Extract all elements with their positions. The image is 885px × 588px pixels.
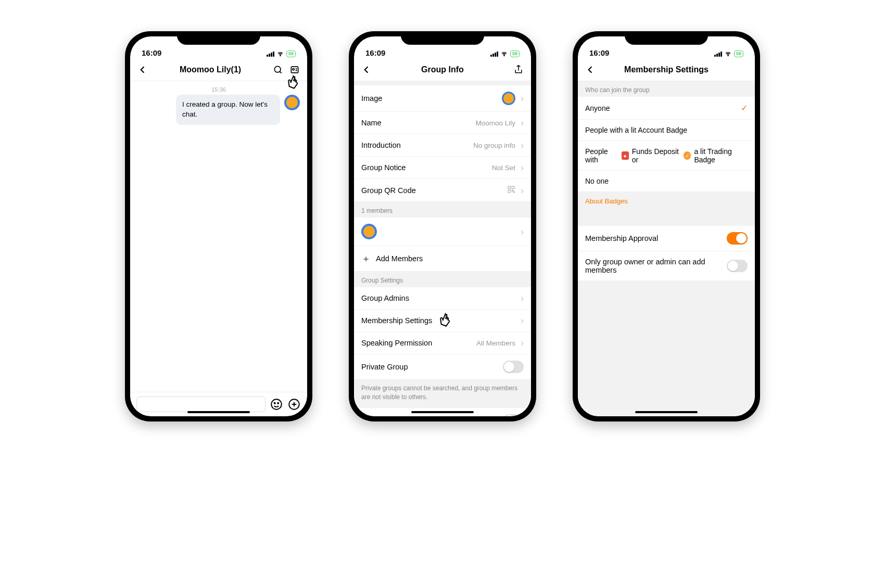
option-label: Anyone <box>585 104 610 112</box>
who-can-join-header: Who can join the group <box>578 81 755 97</box>
svg-point-8 <box>504 55 504 56</box>
row-add-members[interactable]: ＋ Add Members <box>354 246 531 272</box>
chevron-right-icon: › <box>521 94 524 103</box>
screen-group-info: 16:09 58 Group Info Image › <box>354 36 531 416</box>
row-value: All Members <box>476 339 515 347</box>
row-label: Membership Approval <box>585 234 722 242</box>
chevron-right-icon: › <box>521 186 524 195</box>
phone-frame-1: 16:09 58 Moomoo Lily(1) 15:36 I created … <box>125 31 312 421</box>
back-button[interactable] <box>136 65 149 75</box>
members-header: 1 members <box>354 202 531 218</box>
group-card-button[interactable] <box>288 65 301 75</box>
trading-badge-icon: ✓ <box>684 151 691 160</box>
svg-rect-10 <box>512 186 514 189</box>
nav-bar: Membership Settings <box>578 58 755 81</box>
row-membership-approval: Membership Approval <box>578 226 755 251</box>
row-label: Introduction <box>361 141 468 149</box>
member-avatar <box>361 224 377 239</box>
chevron-right-icon: › <box>521 316 524 325</box>
chat-content: 15:36 I created a group. Now let's chat. <box>130 81 307 392</box>
group-info-content[interactable]: Image › Name Moomoo Lily › Introduction … <box>354 81 531 416</box>
only-admin-toggle[interactable] <box>727 260 748 272</box>
avatar[interactable] <box>284 95 300 110</box>
row-member[interactable]: › <box>354 218 531 246</box>
home-indicator[interactable] <box>635 411 698 413</box>
back-button[interactable] <box>360 65 373 75</box>
option-label-prefix: People with <box>585 147 618 164</box>
row-label: Image <box>361 94 497 103</box>
page-title: Membership Settings <box>601 65 732 74</box>
status-icons: 58 <box>267 50 296 57</box>
screen-membership-settings: 16:09 58 Membership Settings Who can joi… <box>578 36 755 416</box>
back-button[interactable] <box>584 65 597 75</box>
chevron-right-icon: › <box>521 227 524 236</box>
status-time: 16:09 <box>142 48 161 57</box>
phone-frame-3: 16:09 58 Membership Settings Who can joi… <box>573 31 760 421</box>
battery-icon: 58 <box>734 50 743 57</box>
signal-icon <box>267 52 274 57</box>
nav-bar: Group Info <box>354 58 531 81</box>
row-membership-settings[interactable]: Membership Settings › <box>354 310 531 332</box>
chevron-right-icon: › <box>521 163 524 172</box>
search-button[interactable] <box>272 65 284 75</box>
message-timestamp: 15:36 <box>130 81 307 95</box>
svg-rect-13 <box>513 191 514 193</box>
check-icon: ✓ <box>741 103 748 113</box>
row-introduction[interactable]: Introduction No group info › <box>354 134 531 157</box>
row-label: Speaking Permission <box>361 339 471 347</box>
row-label: Group QR Code <box>361 186 502 195</box>
option-anyone[interactable]: Anyone ✓ <box>578 97 755 120</box>
row-label: Add Members <box>376 254 524 263</box>
page-title: Group Info <box>377 65 508 74</box>
option-label: No one <box>585 177 609 185</box>
about-badges-link[interactable]: About Badges <box>578 192 755 210</box>
option-no-one[interactable]: No one <box>578 171 755 192</box>
plus-icon: ＋ <box>361 252 371 265</box>
svg-point-4 <box>271 399 282 410</box>
nav-bar: Moomoo Lily(1) <box>130 58 307 81</box>
approval-toggle[interactable] <box>727 232 748 245</box>
chevron-right-icon: › <box>521 118 524 127</box>
chat-title: Moomoo Lily(1) <box>153 65 268 74</box>
mute-toggle[interactable] <box>503 414 524 416</box>
option-lit-account-badge[interactable]: People with a lit Account Badge <box>578 120 755 141</box>
private-group-help: Private groups cannot be searched, and g… <box>354 380 531 408</box>
svg-point-5 <box>274 403 275 404</box>
svg-point-1 <box>274 66 281 72</box>
phone-frame-2: 16:09 58 Group Info Image › <box>349 31 536 421</box>
row-qr-code[interactable]: Group QR Code › <box>354 179 531 202</box>
home-indicator[interactable] <box>187 411 250 413</box>
row-speaking-permission[interactable]: Speaking Permission All Members › <box>354 332 531 354</box>
svg-rect-11 <box>508 190 511 193</box>
wifi-icon <box>724 51 732 57</box>
row-image[interactable]: Image › <box>354 85 531 112</box>
signal-icon <box>714 52 722 57</box>
add-button[interactable] <box>287 398 301 411</box>
option-funds-or-trading-badge[interactable]: People with ● Funds Deposit or ✓ a lit T… <box>578 141 755 171</box>
notch <box>625 31 708 45</box>
status-icons: 58 <box>490 50 520 57</box>
row-label: Membership Settings <box>361 316 515 325</box>
message-bubble[interactable]: I created a group. Now let's chat. <box>176 95 280 125</box>
row-name[interactable]: Name Moomoo Lily › <box>354 112 531 134</box>
status-time: 16:09 <box>365 48 385 57</box>
qr-code-icon <box>507 185 515 195</box>
svg-point-0 <box>280 55 281 56</box>
message-input[interactable] <box>136 397 266 412</box>
membership-content[interactable]: Who can join the group Anyone ✓ People w… <box>578 81 755 416</box>
row-notice[interactable]: Group Notice Not Set › <box>354 157 531 179</box>
signal-icon <box>490 52 498 57</box>
share-button[interactable] <box>512 65 525 75</box>
wifi-icon <box>500 51 508 57</box>
chevron-right-icon: › <box>521 293 524 303</box>
row-label: Group Notice <box>361 163 487 172</box>
private-group-toggle[interactable] <box>503 361 524 373</box>
home-indicator[interactable] <box>411 411 474 413</box>
emoji-button[interactable] <box>270 398 283 411</box>
option-label-mid: Funds Deposit or <box>632 147 681 164</box>
row-label: Private Group <box>361 363 498 371</box>
funds-badge-icon: ● <box>622 151 629 160</box>
row-label: Name <box>361 119 470 127</box>
row-group-admins[interactable]: Group Admins › <box>354 287 531 310</box>
row-label: Group Admins <box>361 294 515 302</box>
